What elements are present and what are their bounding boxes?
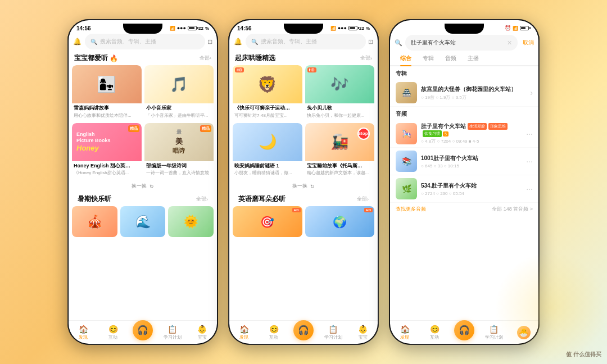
scroll-area-1[interactable]: 宝宝都爱听 🔥 全部 › 👩‍👧 雷森妈妈讲故事 用心心故 xyxy=(69,51,217,320)
tab-audio[interactable]: 音频 xyxy=(440,52,462,65)
center-btn-3[interactable]: 🎧 xyxy=(454,320,474,340)
refresh-row-1[interactable]: 换一换 ↻ xyxy=(72,181,214,192)
section2-cards-1: 🎪 🌊 🌞 xyxy=(72,206,214,240)
baby-icon-2: 👶 xyxy=(358,325,368,334)
clear-icon-3[interactable]: ✕ xyxy=(507,39,512,47)
audio-result-2[interactable]: 📚 1001肚子里有个火车站 ○ 645 ○ 33 ○ 10:15 ··· xyxy=(390,148,538,175)
scroll-area-3[interactable]: 专辑 🏯 故宫里的大怪兽（御花园里的火车站） ○ 19首 ○ 1.9万 ○ 3.… xyxy=(390,66,538,320)
audio-info-1: 肚子里有个火车站 生活郑腔 形象思维 饮食习惯 5 ○ 4.8万 ○ 7204 … xyxy=(421,122,522,144)
nav-center-1[interactable]: 🎧 xyxy=(128,321,158,344)
total-count[interactable]: 全部 148 首音频 > xyxy=(492,206,533,213)
search-bar-active-3[interactable]: 肚子里有个火车站 ✕ xyxy=(405,35,518,51)
card-thomas[interactable]: 🚂 Stop! 宝宝睡前故事《托马斯… 精心超越的新声文版本，读超... xyxy=(305,123,375,178)
card-label-thomas: 宝宝睡前故事《托马斯… xyxy=(305,161,375,170)
card-img-thomas: 🚂 Stop! xyxy=(305,123,375,161)
status-icons-1: 📶 ●●● 22% xyxy=(170,25,209,31)
audio-title-2: 1001肚子里有个火车站 xyxy=(421,154,522,162)
hd-badge-songbook: HD xyxy=(307,67,316,72)
nav-plan-2[interactable]: 📋 学习计划 xyxy=(318,321,348,344)
count-badge: 5 xyxy=(443,131,449,136)
card-sub-bear: 可可狮针对7-48月龄宝宝... xyxy=(233,112,302,120)
section-more-2[interactable]: 全部 › xyxy=(360,54,372,62)
find-more-link[interactable]: 查找更多音频 xyxy=(396,206,426,213)
avatar-baby[interactable]: 🐣 xyxy=(517,326,531,339)
nav-baby-2[interactable]: 👶 宝宝 xyxy=(348,321,378,344)
plan-icon-2: 📋 xyxy=(328,325,338,334)
search-bar-2[interactable]: 🔍 搜索音频、专辑、主播 xyxy=(246,34,366,49)
scan-icon-2[interactable]: ⊡ xyxy=(368,38,373,46)
card-bear[interactable]: 🦁 HD 《快乐可可狮亲子运动… 可可狮针对7-48月龄宝宝... xyxy=(233,65,302,120)
card-mother[interactable]: 👩‍👧 雷森妈妈讲故事 用心心故事和优质绘本陪伴... xyxy=(72,65,142,120)
watermark: 值 什么值得买 xyxy=(566,351,601,358)
card-sub-mother: 用心心故事和优质绘本陪伴... xyxy=(72,112,142,120)
phone-notch-2 xyxy=(284,24,323,34)
center-btn-2[interactable]: 🎧 xyxy=(293,320,314,340)
fire-icon: 🔥 xyxy=(110,54,118,62)
phone-3: ⏰ 📶 🔍 肚子里有个火车站 ✕ 取消 综合 专辑 音频 主播 xyxy=(389,19,540,345)
section-header-2: 起床哄睡精选 全部 › xyxy=(229,51,378,65)
phone-1-screen: 14:56 📶 ●●● 22% 🔔 🔍 搜索音频、专辑、主播 ⊡ 宝宝都爱听 xyxy=(69,20,217,344)
search-bar-1[interactable]: 🔍 搜索音频、专辑、主播 xyxy=(85,34,205,49)
nav-center-3[interactable]: 🎧 xyxy=(450,321,479,344)
search-icon-3: 🔍 xyxy=(395,39,402,47)
audio-result-1[interactable]: 🎠 肚子里有个火车站 生活郑腔 形象思维 饮食习惯 5 ○ 4.8万 ○ 720… xyxy=(390,120,538,148)
cancel-button-3[interactable]: 取消 xyxy=(523,39,534,47)
nav-interact-1[interactable]: 😊 互动 xyxy=(98,321,128,344)
nav-interact-2[interactable]: 😊 互动 xyxy=(259,321,289,344)
stop-sign: Stop! xyxy=(357,128,370,140)
bell-icon-2[interactable]: 🔔 xyxy=(234,38,242,46)
card-img-poetry: 最 美 唱诗 精品 xyxy=(144,123,214,161)
nav-plan-3[interactable]: 📋 学习计划 xyxy=(479,321,509,344)
card-english[interactable]: EnglishPicture Books Honey 精品 Honey Engl… xyxy=(72,123,142,178)
bell-icon-1[interactable]: 🔔 xyxy=(73,38,81,46)
audio-result-3[interactable]: 🌿 534.肚子里有个火车站 ○ 2724 ○ 230 ○ 05:54 ··· xyxy=(390,175,538,203)
nav-center-2[interactable]: 🎧 xyxy=(289,321,319,344)
scroll-area-2[interactable]: 起床哄睡精选 全部 › 🦁 HD 《快乐可可狮亲子运动… 可可狮针对7-48 xyxy=(229,51,378,320)
section-more-1b[interactable]: 全部 › xyxy=(196,195,208,203)
card-poetry[interactable]: 最 美 唱诗 精品 部编版一年级诗词 一诗一词一首曲，直入诗情意境 xyxy=(144,123,214,178)
center-btn-1[interactable]: 🎧 xyxy=(133,320,153,340)
tab-overview[interactable]: 综合 xyxy=(395,52,417,65)
album-result-item[interactable]: 🏯 故宫里的大怪兽（御花园里的火车站） ○ 19首 ○ 1.9万 ○ 3.5万 … xyxy=(390,79,538,107)
wifi-icon-3: 📶 xyxy=(513,26,518,31)
status-time-1: 14:56 xyxy=(76,25,91,31)
card-summer3[interactable]: 🌞 xyxy=(168,206,214,237)
card-bedtime[interactable]: 🌙 晚安妈妈睡前谜语 1 小朋友，睡前猜猜谜语，做... xyxy=(233,123,302,178)
nav-interact-3[interactable]: 😊 互动 xyxy=(420,321,450,344)
card-english1[interactable]: 🎯 HD xyxy=(233,206,302,237)
card-sub-thomas: 精心超越的新声文版本，读超... xyxy=(305,169,375,178)
card-songbook[interactable]: 🎶 HD 兔小贝儿歌 快乐兔小贝，和你一起健康... xyxy=(305,65,375,120)
card-img-mother: 👩‍👧 xyxy=(72,65,142,103)
filter-tabs-3: 综合 专辑 音频 主播 xyxy=(390,52,538,66)
search-placeholder-1: 搜索音频、专辑、主播 xyxy=(100,38,200,46)
audio-info-3: 534.肚子里有个火车站 ○ 2724 ○ 230 ○ 05:54 xyxy=(421,182,522,196)
card-summer2[interactable]: 🌊 xyxy=(120,206,166,237)
card-sub-english: 《Honey English甜心英语... xyxy=(72,169,142,178)
content-2: 🦁 HD 《快乐可可狮亲子运动… 可可狮针对7-48月龄宝宝... 🎶 HD 兔… xyxy=(229,65,378,240)
audio-more-2[interactable]: ··· xyxy=(526,157,533,166)
card-summer1[interactable]: 🎪 xyxy=(72,206,117,237)
audio-more-3[interactable]: ··· xyxy=(526,184,533,193)
card-english2[interactable]: 🌍 HD xyxy=(305,206,375,237)
search-row-3: 🔍 肚子里有个火车站 ✕ 取消 xyxy=(390,34,538,52)
phone-2: 14:56 📶 ●●● 22% 🔔 🔍 搜索音频、专辑、主播 ⊡ 起床哄睡精选 … xyxy=(228,19,379,345)
scan-icon-1[interactable]: ⊡ xyxy=(207,38,212,46)
section-more-2b[interactable]: 全部 › xyxy=(357,195,369,203)
card-img-music: 🎵 xyxy=(144,65,214,103)
refresh-row-2[interactable]: 换一换 ↻ xyxy=(233,181,374,192)
card-sub-songbook: 快乐兔小贝，和你一起健康... xyxy=(305,112,375,120)
section-more-1[interactable]: 全部 › xyxy=(200,54,211,62)
audio-more-1[interactable]: ··· xyxy=(526,129,533,138)
nav-baby-1[interactable]: 👶 宝宝 xyxy=(187,321,217,344)
nav-discover-2[interactable]: 🏠 发现 xyxy=(229,321,259,344)
card-music[interactable]: 🎵 小小音乐家 「小小音乐家」是由牛听听平... xyxy=(144,65,214,120)
nav-plan-1[interactable]: 📋 学习计划 xyxy=(157,321,187,344)
nav-baby-3[interactable]: 🐣 xyxy=(509,321,538,344)
album-info: 故宫里的大怪兽（御花园里的火车站） ○ 19首 ○ 1.9万 ○ 3.5万 xyxy=(421,85,526,101)
nav-discover-3[interactable]: 🏠 发现 xyxy=(390,321,420,344)
audio-info-2: 1001肚子里有个火车站 ○ 645 ○ 33 ○ 10:15 xyxy=(421,154,522,169)
tab-host[interactable]: 主播 xyxy=(462,52,484,65)
nav-discover-1[interactable]: 🏠 发现 xyxy=(69,321,98,344)
album-chevron[interactable]: › xyxy=(530,88,533,97)
tab-album[interactable]: 专辑 xyxy=(417,52,440,65)
